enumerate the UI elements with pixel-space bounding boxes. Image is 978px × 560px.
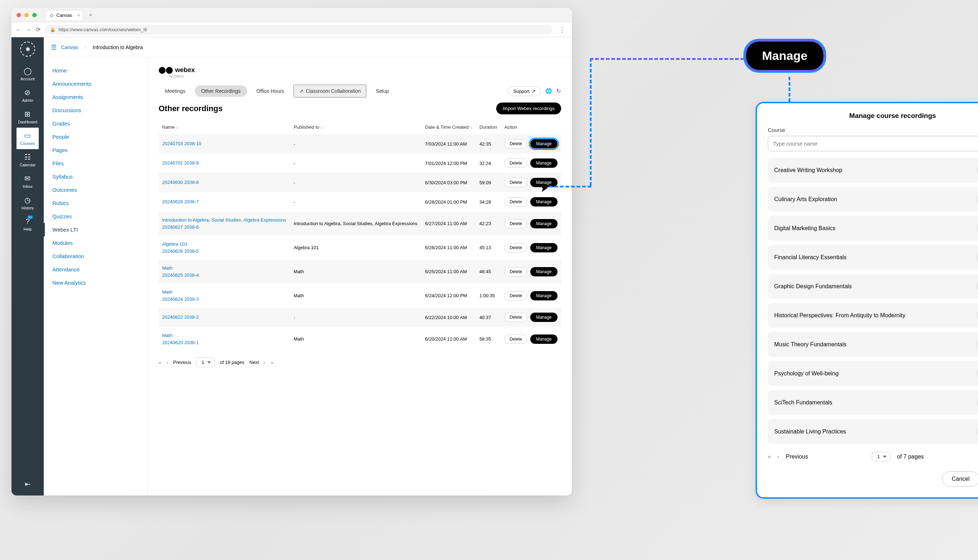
rail-item-help[interactable]: ?Help [17, 214, 39, 235]
prev-label[interactable]: Previous [173, 360, 191, 365]
course-nav-grades[interactable]: Grades [44, 117, 147, 130]
recording-link[interactable]: 20240620 2038-1 [162, 339, 286, 346]
recording-link[interactable]: 20240625 2038-4 [162, 272, 286, 279]
col-published-to[interactable]: Published to↕ [290, 120, 421, 134]
delete-button[interactable]: Delete [504, 243, 527, 252]
course-search-input[interactable] [768, 136, 978, 151]
col-date-time-created[interactable]: Date & Time Created↕ [421, 120, 476, 134]
support-button[interactable]: Support↗ [508, 87, 541, 96]
reload-icon[interactable]: ⟳ [36, 26, 40, 33]
recording-link[interactable]: Math [162, 288, 286, 296]
recording-link[interactable]: Algebra 101 [162, 240, 286, 248]
course-nav-home[interactable]: Home [44, 64, 147, 77]
refresh-icon[interactable]: ↻ [557, 88, 561, 94]
recording-link[interactable]: Introduction to Algebra, Social Studies,… [162, 217, 286, 224]
manage-button[interactable]: Manage [530, 335, 557, 344]
rail-item-calendar[interactable]: ☷Calendar [17, 149, 39, 171]
rail-item-account[interactable]: ◯Account [17, 63, 39, 85]
delete-button[interactable]: Delete [504, 139, 527, 148]
tab-meetings[interactable]: Meetings [159, 85, 192, 97]
hamburger-icon[interactable]: ☰ [51, 43, 57, 51]
collapse-nav-icon[interactable]: ⇤ [25, 480, 31, 488]
prev-page-icon[interactable]: ‹ [167, 360, 168, 365]
recording-link[interactable]: 20240701 2038-9 [162, 160, 286, 167]
course-nav-modules[interactable]: Modules [44, 236, 147, 250]
course-nav-rubics[interactable]: Rubics [44, 197, 147, 210]
window-controls[interactable] [17, 13, 37, 17]
last-page-icon[interactable]: » [271, 360, 273, 365]
canvas-logo-icon[interactable]: ✺ [20, 42, 35, 57]
prev-label[interactable]: Previous [786, 453, 808, 460]
tab-office-hours[interactable]: Office Hours [250, 85, 291, 97]
next-label[interactable]: Next [249, 360, 259, 365]
delete-button[interactable]: Delete [504, 158, 527, 168]
delete-button[interactable]: Delete [504, 335, 527, 344]
sort-icon[interactable]: ↕ [321, 125, 323, 130]
manage-button[interactable]: Manage [530, 219, 557, 228]
manage-button[interactable]: Manage [530, 243, 557, 252]
breadcrumb-root[interactable]: Canvas [61, 45, 78, 50]
course-nav-syllabus[interactable]: Syllabus [44, 170, 147, 183]
recording-link[interactable]: 20240628 2038-7 [162, 198, 286, 205]
tab-setup[interactable]: Setup [369, 85, 395, 97]
tab-other-recordings[interactable]: Other Recordings [195, 85, 247, 97]
browser-tab[interactable]: ◇ Canvas × [45, 10, 83, 20]
recording-link[interactable]: 20240624 2038-3 [162, 296, 286, 303]
prev-page-icon[interactable]: ‹ [777, 453, 779, 460]
course-nav-pages[interactable]: Pages [44, 143, 147, 157]
manage-button[interactable]: Manage [530, 267, 557, 277]
delete-button[interactable]: Delete [504, 291, 527, 300]
tab-classroom-collaboration[interactable]: ↗ Classroom Collaboration [293, 85, 366, 98]
rail-item-history[interactable]: ◷History [17, 192, 39, 214]
cancel-button[interactable]: Cancel [942, 472, 978, 487]
rail-item-admin[interactable]: ⊘Admin [17, 85, 39, 106]
manage-button[interactable]: Manage [530, 139, 557, 148]
forward-icon[interactable]: → [26, 27, 32, 33]
globe-icon[interactable]: 🌐 [545, 88, 552, 94]
col-action[interactable]: Action [500, 120, 561, 134]
recording-link[interactable]: Math [162, 332, 286, 339]
recording-link[interactable]: 20240703 2038-10 [162, 140, 286, 147]
close-tab-icon[interactable]: × [77, 13, 80, 18]
page-select[interactable]: 1 [196, 357, 215, 367]
rail-item-dashboard[interactable]: ⊞Dashboard [17, 106, 39, 128]
course-nav-assignments[interactable]: Assignments [44, 90, 147, 103]
course-nav-files[interactable]: Files [44, 157, 147, 170]
course-nav-new-analytics[interactable]: New Analytics [44, 276, 147, 289]
recording-link[interactable]: Math [162, 265, 286, 272]
import-recordings-button[interactable]: Import Webex recordings [496, 103, 561, 114]
recording-link[interactable]: 20240630 2038-8 [162, 179, 286, 186]
delete-button[interactable]: Delete [504, 313, 527, 322]
page-select[interactable]: 1 [872, 452, 891, 462]
course-nav-collaboration[interactable]: Collaboration [44, 250, 147, 263]
col-name[interactable]: Name↕ [159, 120, 290, 134]
course-nav-quizzes[interactable]: Quizzes [44, 210, 147, 223]
back-icon[interactable]: ← [16, 27, 22, 33]
course-nav-outcomes[interactable]: Outcomes [44, 183, 147, 197]
browser-menu-icon[interactable]: ⋮ [557, 26, 568, 34]
sort-icon[interactable]: ↕ [176, 125, 178, 130]
recording-link[interactable]: 20240626 2038-5 [162, 248, 286, 255]
rail-item-inbox[interactable]: ✉Inbox [17, 171, 39, 192]
manage-button[interactable]: Manage [530, 291, 557, 300]
first-page-icon[interactable]: « [768, 453, 771, 460]
col-duration[interactable]: Duration [476, 120, 500, 134]
rail-item-courses[interactable]: ▭Courses [17, 128, 39, 149]
course-nav-announcements[interactable]: Announcements [44, 77, 147, 90]
first-page-icon[interactable]: « [159, 360, 161, 365]
new-tab-button[interactable]: + [86, 10, 95, 20]
delete-button[interactable]: Delete [504, 197, 527, 207]
course-nav-webex-lti[interactable]: Webex LTI [44, 223, 147, 236]
course-nav-attendance[interactable]: Attendance [44, 263, 147, 276]
url-field[interactable]: 🔒 https://www.canvas.com/courses/webex_l… [45, 25, 552, 34]
course-nav-people[interactable]: People [44, 130, 147, 143]
delete-button[interactable]: Delete [504, 219, 527, 228]
manage-button[interactable]: Manage [530, 313, 557, 322]
manage-button[interactable]: Manage [530, 197, 557, 207]
recording-link[interactable]: 20240622 2038-2 [162, 314, 286, 321]
course-nav-discussions[interactable]: Discussions [44, 103, 147, 117]
delete-button[interactable]: Delete [504, 178, 527, 187]
next-page-icon[interactable]: › [264, 360, 266, 365]
recording-link[interactable]: 20240627 2038-6 [162, 224, 286, 231]
sort-icon[interactable]: ↕ [470, 125, 472, 130]
